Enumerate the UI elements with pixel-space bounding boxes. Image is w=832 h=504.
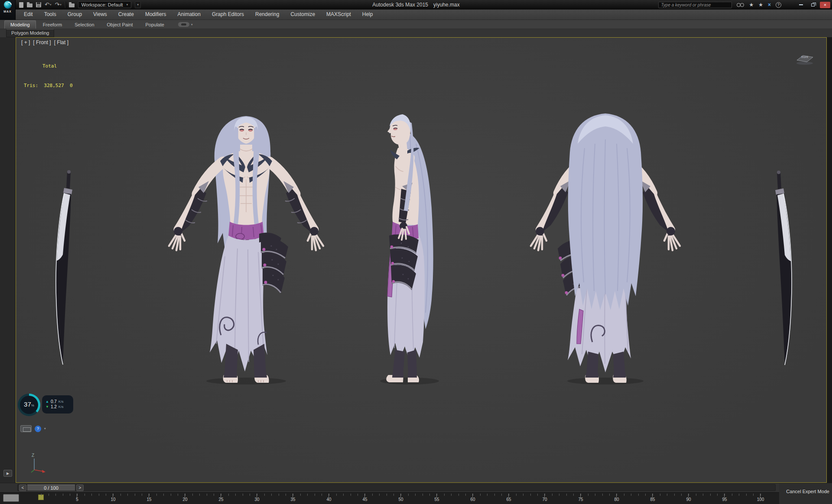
upload-arrow-icon: ▲: [46, 400, 49, 404]
tick-label: 20: [182, 497, 187, 502]
menu-customize[interactable]: Customize: [285, 10, 321, 19]
download-speed-value: 1.2: [51, 405, 57, 409]
screenshot-icon[interactable]: [20, 425, 32, 432]
overlay-collapse-icon[interactable]: ▾: [44, 427, 46, 430]
undo-button[interactable]: ↶▾: [45, 0, 51, 10]
document-title: yiyuhe.max: [433, 2, 460, 8]
viewport-general-menu[interactable]: [ + ]: [21, 39, 30, 45]
upload-speed-value: 0.7: [51, 400, 57, 404]
favorites-star-icon[interactable]: ★: [749, 2, 754, 8]
overlay-help-icon[interactable]: ?: [35, 426, 41, 432]
upload-speed-unit: K/s: [58, 400, 64, 404]
collapsed-command-panel-strip: ▶: [0, 37, 16, 483]
project-folder-button[interactable]: [69, 2, 75, 7]
character-front-view: [155, 109, 337, 386]
tick-label: 65: [506, 497, 511, 502]
viewcube-label: front: [793, 55, 816, 59]
undo-caret-icon: ▾: [50, 3, 52, 6]
3dsmax-logo-icon: [4, 1, 12, 9]
new-scene-icon: [19, 2, 23, 8]
undo-icon: ↶: [45, 0, 49, 10]
title-bar: ↶▾ ↷▾ Workspace: Default ▾ ▾ Autodesk 3d…: [0, 0, 832, 10]
menu-graph-editors[interactable]: Graph Editors: [206, 10, 250, 19]
download-speed-unit: K/s: [58, 405, 64, 409]
workspace-dropdown[interactable]: Workspace: Default ▾: [78, 1, 131, 8]
next-frame-button[interactable]: >: [76, 485, 84, 491]
viewport-canvas[interactable]: [ + ] [ Front ] [ Flat ] Total Tris: 328…: [16, 37, 827, 483]
ribbon-minimize-toggle[interactable]: ▾: [178, 22, 193, 27]
menu-bar: Edit Tools Group Views Create Modifiers …: [0, 10, 832, 20]
project-folder-icon: [69, 3, 75, 7]
download-arrow-icon: ▼: [46, 405, 49, 409]
viewcube-home-widget[interactable]: front: [793, 49, 816, 66]
menu-create[interactable]: Create: [113, 10, 140, 19]
tick-label: 30: [254, 497, 259, 502]
tick-label: 60: [470, 497, 475, 502]
ribbon-panel-row: Polygon Modeling: [0, 29, 832, 37]
search-input[interactable]: [658, 2, 732, 8]
new-scene-button[interactable]: [19, 2, 23, 8]
weapon-blade-right: [772, 169, 798, 368]
bookmark-star-icon[interactable]: ★: [758, 2, 763, 8]
3dsmax-logo-label: MAX: [3, 10, 12, 13]
menu-help[interactable]: Help: [357, 10, 379, 19]
time-slider-track[interactable]: [17, 484, 776, 491]
tick-label: 85: [650, 497, 655, 502]
tick-label: 25: [218, 497, 223, 502]
communication-center-icon[interactable]: ×: [768, 2, 771, 8]
weapon-blade-left: [50, 169, 76, 368]
redo-button[interactable]: ↷▾: [55, 0, 61, 10]
track-bar-ruler[interactable]: 5 10 15 20 25 30 35 40 45 50 55 60 65 70…: [0, 492, 779, 504]
ribbon-pill-icon: [178, 22, 189, 27]
tick-label: 10: [110, 497, 115, 502]
search-binoculars-icon[interactable]: [737, 3, 744, 7]
tab-freeform[interactable]: Freeform: [37, 21, 68, 29]
track-bar-range-box[interactable]: [3, 494, 19, 502]
minimize-button[interactable]: [796, 2, 806, 8]
menu-maxscript[interactable]: MAXScript: [321, 10, 357, 19]
workspace-label: Workspace: Default: [81, 2, 123, 7]
tick-label: 70: [542, 497, 547, 502]
menu-tools[interactable]: Tools: [39, 10, 62, 19]
app-title: Autodesk 3ds Max 2015: [372, 2, 428, 8]
close-button[interactable]: ×: [820, 2, 830, 8]
restore-button[interactable]: [808, 2, 818, 8]
previous-frame-button[interactable]: <: [19, 485, 26, 491]
axis-z-label: Z: [32, 453, 34, 458]
tab-modeling[interactable]: Modeling: [4, 20, 36, 29]
menu-modifiers[interactable]: Modifiers: [140, 10, 172, 19]
tick-label: 50: [398, 497, 403, 502]
save-file-button[interactable]: [36, 2, 41, 7]
open-file-button[interactable]: [27, 2, 32, 7]
status-corner-block: Cancel Expert Mode: [779, 483, 832, 504]
tick-label: 45: [362, 497, 367, 502]
menu-views[interactable]: Views: [88, 10, 113, 19]
tab-object-paint[interactable]: Object Paint: [101, 21, 139, 29]
infocenter: ★ ★ × ? ×: [658, 0, 830, 10]
help-icon[interactable]: ?: [776, 2, 781, 8]
menu-group[interactable]: Group: [62, 10, 88, 19]
menu-animation[interactable]: Animation: [172, 10, 206, 19]
application-menu-button[interactable]: MAX: [0, 0, 16, 20]
tab-populate[interactable]: Populate: [140, 21, 169, 29]
tab-selection[interactable]: Selection: [69, 21, 100, 29]
menu-rendering[interactable]: Rendering: [250, 10, 285, 19]
toolbar-separator: [65, 2, 65, 8]
viewport-label: [ + ] [ Front ] [ Flat ]: [21, 39, 68, 45]
stats-tris-line: Tris: 328,527 0: [24, 82, 73, 89]
tick-label: 80: [614, 497, 619, 502]
viewport-pov-menu[interactable]: [ Front ]: [33, 39, 51, 45]
time-slider-grip[interactable]: 0 / 100: [27, 485, 75, 491]
progress-value: 37: [24, 401, 31, 407]
menu-edit[interactable]: Edit: [18, 10, 39, 19]
stats-total-label: Total: [42, 63, 73, 69]
viewport-shading-menu[interactable]: [ Flat ]: [54, 39, 68, 45]
workspace-options-button[interactable]: ▾: [135, 1, 141, 8]
cancel-expert-mode-button[interactable]: Cancel Expert Mode: [786, 489, 829, 494]
character-side-view: [347, 109, 477, 386]
time-slider-row: < 0 / 100 >: [0, 483, 779, 492]
expand-panel-button[interactable]: ▶: [3, 470, 12, 477]
polygon-modeling-panel-tab[interactable]: Polygon Modeling: [6, 29, 54, 37]
progress-unit: %: [31, 404, 34, 407]
character-back-view: [519, 109, 692, 386]
